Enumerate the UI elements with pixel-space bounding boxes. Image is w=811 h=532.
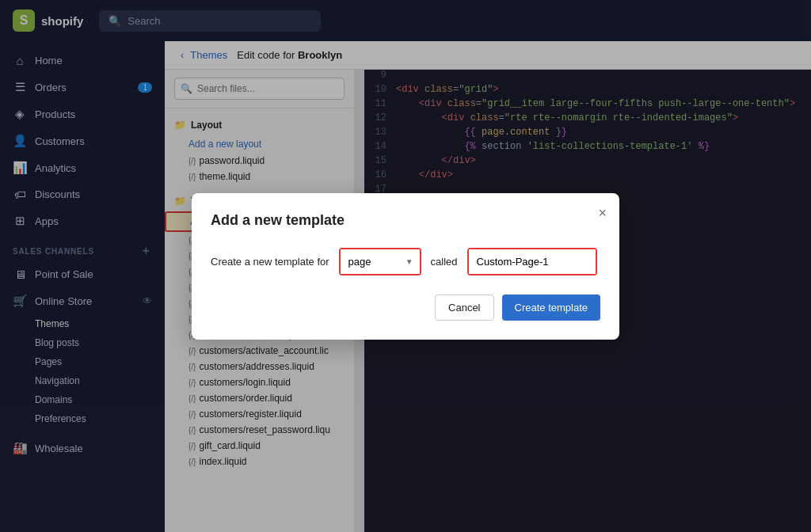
create-template-button[interactable]: Create template [502, 294, 601, 321]
add-template-modal: Add a new template × Create a new templa… [192, 193, 619, 340]
template-type-select[interactable]: page article blog collection product ind… [341, 249, 420, 274]
modal-actions: Cancel Create template [211, 294, 600, 321]
template-name-input[interactable] [469, 249, 596, 274]
modal-close-button[interactable]: × [598, 206, 607, 220]
cancel-button[interactable]: Cancel [435, 294, 493, 321]
modal-called-label: called [431, 256, 458, 268]
template-type-select-wrapper: page article blog collection product ind… [339, 248, 421, 276]
modal-title: Add a new template [211, 212, 600, 229]
modal-overlay: Add a new template × Create a new templa… [0, 0, 811, 532]
template-name-input-wrapper [467, 248, 597, 276]
modal-form-row: Create a new template for page article b… [211, 248, 600, 276]
modal-form-label: Create a new template for [211, 256, 329, 268]
